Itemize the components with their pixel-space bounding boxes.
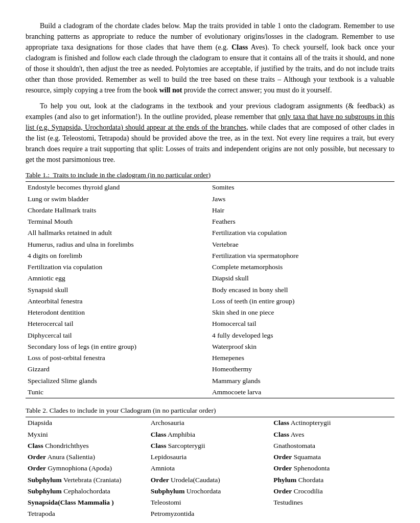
trait-right: Vertebrae xyxy=(210,239,394,250)
table-row: Subphylum CephalochordataSubphylum Uroch… xyxy=(26,486,394,497)
clade-cell: Order Sphenodonta xyxy=(271,463,394,474)
underline-text: only taxa that have no subgroups in this… xyxy=(26,113,394,131)
clade-cell: Class Aves xyxy=(271,429,394,440)
trait-right: 4 fully developed legs xyxy=(210,330,394,341)
trait-left: 4 digits on forelimb xyxy=(26,250,210,262)
table-row: GizzardHomeothermy xyxy=(26,364,394,375)
clade-cell: Order Gymnophiona (Apoda) xyxy=(26,463,149,474)
trait-right: Diapsid skull xyxy=(210,273,394,284)
table-row: 4 digits on forelimbFertilization via sp… xyxy=(26,250,394,262)
table-row: Lung or swim bladderJaws xyxy=(26,194,394,205)
table-row: Humerus, radius and ulna in forelimbsVer… xyxy=(26,239,394,250)
clade-cell: Lepidosauria xyxy=(149,451,272,463)
table1: Endostyle becomes thyroid glandSomitesLu… xyxy=(26,181,394,398)
clade-cell: Petromyzontida xyxy=(149,508,272,519)
table1-container: Table 1.: Traits to include in the clado… xyxy=(26,170,394,398)
table-row: Terminal MouthFeathers xyxy=(26,216,394,227)
table-row: All hallmarks retained in adultFertiliza… xyxy=(26,227,394,239)
table2-container: Table 2. Clades to include in your Clado… xyxy=(26,406,394,520)
table-row: Order Anura (Salientia)LepidosauriaOrder… xyxy=(26,451,394,463)
trait-right: Fertilization via spermatophore xyxy=(210,250,394,262)
table-row: Fertilization via copulationComplete met… xyxy=(26,262,394,273)
table-row: DiapsidaArchosauriaClass Actinopterygii xyxy=(26,417,394,429)
trait-left: Diphycercal tail xyxy=(26,330,210,341)
bold-class-1: Class xyxy=(231,43,248,51)
table-row: MyxiniClass AmphibiaClass Aves xyxy=(26,429,394,440)
trait-left: All hallmarks retained in adult xyxy=(26,227,210,239)
clade-cell: Tetrapoda xyxy=(26,508,149,519)
trait-left: Synapsid skull xyxy=(26,284,210,296)
paragraph-1: Build a cladogram of the chordate clades… xyxy=(26,20,394,96)
clade-cell: Subphylum Cephalochordata xyxy=(26,486,149,497)
trait-left: Heterodont dentition xyxy=(26,307,210,318)
trait-right: Mammary glands xyxy=(210,375,394,387)
clade-cell: Class Amphibia xyxy=(149,429,272,440)
trait-right: Skin shed in one piece xyxy=(210,307,394,318)
trait-right: Feathers xyxy=(210,216,394,227)
table-row: Chordate Hallmark traitsHair xyxy=(26,205,394,216)
clade-cell: Class Sarcopterygii xyxy=(149,440,272,451)
trait-left: Heterocercal tail xyxy=(26,318,210,329)
clade-cell: Diapsida xyxy=(26,417,149,429)
trait-right: Body encased in bony shell xyxy=(210,284,394,296)
trait-right: Complete metamorphosis xyxy=(210,262,394,273)
trait-right: Hemepenes xyxy=(210,352,394,364)
table-row: Diphycercal tail4 fully developed legs xyxy=(26,330,394,341)
trait-left: Tunic xyxy=(26,387,210,398)
table-row: Specialized Slime glandsMammary glands xyxy=(26,375,394,387)
clade-cell: Synapsida(Class Mammalia ) xyxy=(26,497,149,508)
clade-cell: Class Actinopterygii xyxy=(271,417,394,429)
trait-right: Hair xyxy=(210,205,394,216)
clade-cell: Order Anura (Salientia) xyxy=(26,451,149,463)
clade-cell: Order Crocodilia xyxy=(271,486,394,497)
clade-cell: Order Squamata xyxy=(271,451,394,463)
table-row: TunicAmmocoete larva xyxy=(26,387,394,398)
table-row: Secondary loss of legs (in entire group)… xyxy=(26,341,394,352)
table-row: Heterodont dentitionSkin shed in one pie… xyxy=(26,307,394,318)
table-row: Amniotic eggDiapsid skull xyxy=(26,273,394,284)
table-row: Anteorbital fenestraLoss of teeth (in en… xyxy=(26,296,394,307)
trait-left: Terminal Mouth xyxy=(26,216,210,227)
table2: DiapsidaArchosauriaClass ActinopterygiiM… xyxy=(26,417,394,519)
trait-right: Waterproof skin xyxy=(210,341,394,352)
table-row: Order Gymnophiona (Apoda)AmniotaOrder Sp… xyxy=(26,463,394,474)
trait-left: Endostyle becomes thyroid gland xyxy=(26,182,210,194)
table-row: Subphylum Vertebrata (Craniata)Order Uro… xyxy=(26,474,394,486)
trait-left: Amniotic egg xyxy=(26,273,210,284)
table-row: Heterocercal tailHomocercal tail xyxy=(26,318,394,329)
clade-cell: Subphylum Urochordata xyxy=(149,486,272,497)
trait-right: Homocercal tail xyxy=(210,318,394,329)
table-row: Class ChondrichthyesClass SarcopterygiiG… xyxy=(26,440,394,451)
trait-right: Somites xyxy=(210,182,394,194)
trait-left: Secondary loss of legs (in entire group) xyxy=(26,341,210,352)
clade-cell: Gnathostomata xyxy=(271,440,394,451)
clade-cell: Testudines xyxy=(271,497,394,508)
clade-cell: Amniota xyxy=(149,463,272,474)
trait-right: Fertilization via copulation xyxy=(210,227,394,239)
bold-will-not: will not xyxy=(159,86,182,94)
trait-right: Homeothermy xyxy=(210,364,394,375)
table-row: Synapsida(Class Mammalia )TeleostomiTest… xyxy=(26,497,394,508)
trait-right: Ammocoete larva xyxy=(210,387,394,398)
trait-left: Chordate Hallmark traits xyxy=(26,205,210,216)
table-row: Endostyle becomes thyroid glandSomites xyxy=(26,182,394,194)
table-row: TetrapodaPetromyzontida xyxy=(26,508,394,519)
trait-left: Lung or swim bladder xyxy=(26,194,210,205)
clade-cell: Teleostomi xyxy=(149,497,272,508)
clade-cell: Order Urodela(Caudata) xyxy=(149,474,272,486)
trait-left: Fertilization via copulation xyxy=(26,262,210,273)
paragraph-2: To help you out, look at the cladograms … xyxy=(26,101,394,165)
trait-left: Anteorbital fenestra xyxy=(26,296,210,307)
clade-cell: Myxini xyxy=(26,429,149,440)
clade-cell xyxy=(271,508,394,519)
table2-title: Table 2. Clades to include in your Clado… xyxy=(26,406,394,416)
trait-left: Humerus, radius and ulna in forelimbs xyxy=(26,239,210,250)
trait-left: Specialized Slime glands xyxy=(26,375,210,387)
trait-left: Gizzard xyxy=(26,364,210,375)
trait-left: Loss of post-orbital fenestra xyxy=(26,352,210,364)
trait-right: Loss of teeth (in entire group) xyxy=(210,296,394,307)
table1-title: Table 1.: Traits to include in the clado… xyxy=(26,170,394,180)
clade-cell: Subphylum Vertebrata (Craniata) xyxy=(26,474,149,486)
clade-cell: Phylum Chordata xyxy=(271,474,394,486)
table-row: Synapsid skullBody encased in bony shell xyxy=(26,284,394,296)
